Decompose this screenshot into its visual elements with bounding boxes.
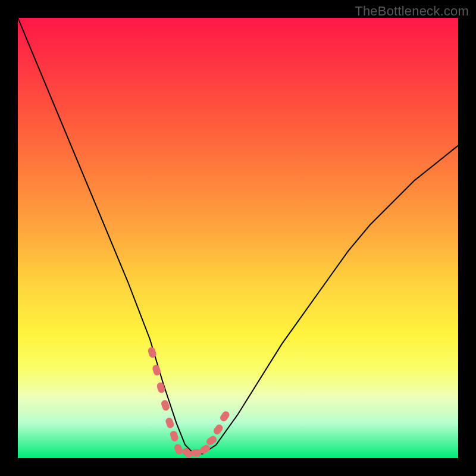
marker-dot bbox=[169, 430, 179, 443]
marker-group-right bbox=[205, 410, 231, 446]
marker-dot bbox=[219, 410, 231, 423]
marker-dot bbox=[173, 443, 184, 456]
bottleneck-curve-line bbox=[18, 18, 458, 454]
watermark-text: TheBottleneck.com bbox=[355, 4, 469, 19]
curve-path bbox=[18, 18, 458, 454]
chart-svg bbox=[18, 18, 458, 458]
marker-dot bbox=[156, 381, 166, 394]
marker-group-left bbox=[147, 346, 179, 442]
marker-dot bbox=[212, 423, 224, 436]
marker-dot bbox=[165, 416, 175, 429]
chart-plot-area bbox=[18, 18, 458, 458]
marker-group-bottom bbox=[173, 443, 211, 458]
chart-frame: TheBottleneck.com bbox=[0, 0, 476, 476]
marker-dot bbox=[191, 449, 202, 456]
